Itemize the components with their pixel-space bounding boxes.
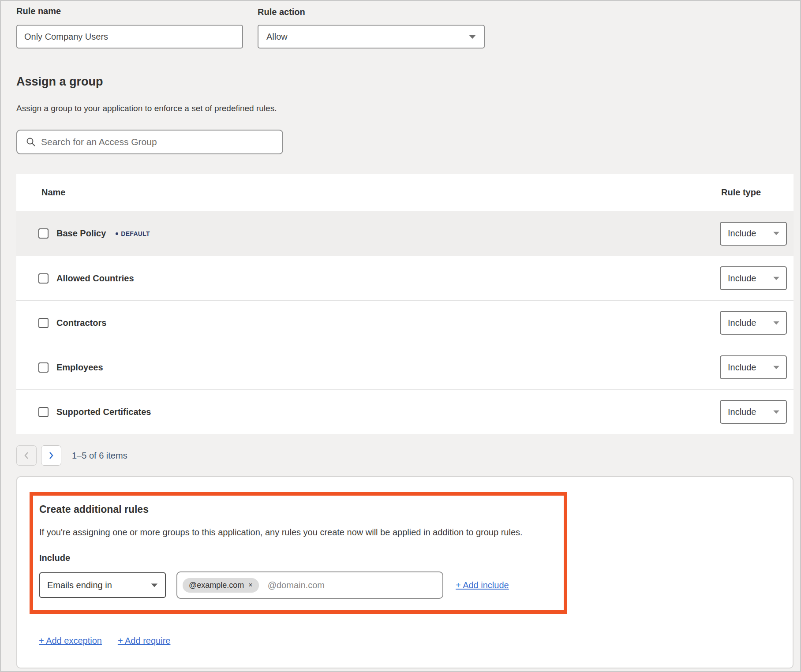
table-row: Contractors Include	[16, 300, 794, 345]
rule-links: + Add exception + Add require	[39, 636, 170, 646]
rule-name-input[interactable]	[17, 26, 242, 48]
chevron-down-icon	[773, 232, 779, 235]
table-row: Supported Certificates Include	[16, 389, 794, 434]
rule-type-value: Include	[728, 273, 756, 284]
search-icon	[26, 137, 36, 147]
next-page-button[interactable]	[41, 445, 61, 466]
access-group-table: Name Rule type Base Policy DEFAULT Inclu…	[16, 174, 794, 434]
search-input[interactable]	[40, 136, 276, 148]
chip-remove-icon[interactable]: ×	[248, 582, 252, 589]
chevron-right-icon	[48, 451, 54, 460]
rule-type-select[interactable]: Include	[720, 400, 787, 424]
row-name: Base Policy	[56, 228, 106, 239]
additional-rules-card: Create additional rules If you're assign…	[16, 476, 794, 668]
row-name: Contractors	[56, 318, 106, 328]
bullet-icon	[116, 232, 118, 235]
chevron-down-icon	[773, 366, 779, 369]
table-row: Allowed Countries Include	[16, 256, 794, 300]
column-header-name: Name	[16, 187, 721, 198]
table-row: Base Policy DEFAULT Include	[16, 211, 794, 256]
chip-label: @example.com	[189, 581, 244, 590]
row-name: Supported Certificates	[56, 407, 151, 417]
rule-action-select[interactable]: Allow	[258, 25, 485, 49]
assign-group-heading: Assign a group	[16, 75, 103, 89]
default-badge: DEFAULT	[116, 230, 150, 237]
access-group-search	[16, 130, 283, 154]
rule-selector-select[interactable]: Emails ending in	[39, 572, 166, 598]
pagination: 1–5 of 6 items	[16, 445, 127, 466]
rule-name-label: Rule name	[16, 6, 61, 16]
row-checkbox[interactable]	[38, 318, 49, 328]
highlight-box: Create additional rules If you're assign…	[30, 492, 567, 614]
row-checkbox[interactable]	[38, 362, 49, 373]
rule-type-value: Include	[728, 228, 756, 239]
add-include-link[interactable]: + Add include	[456, 580, 509, 590]
rule-name-field	[16, 25, 243, 49]
row-name: Employees	[56, 362, 103, 373]
rule-selector-value: Emails ending in	[47, 580, 112, 590]
chevron-down-icon	[469, 35, 476, 39]
table-header: Name Rule type	[16, 174, 794, 211]
row-checkbox[interactable]	[38, 407, 49, 417]
row-checkbox[interactable]	[38, 273, 49, 284]
rule-type-select[interactable]: Include	[720, 266, 787, 290]
email-domain-tag-input: @example.com ×	[176, 571, 443, 599]
chevron-down-icon	[773, 276, 779, 280]
additional-rules-description: If you're assigning one or more groups t…	[39, 527, 560, 538]
rule-action-label: Rule action	[258, 7, 305, 17]
previous-page-button[interactable]	[16, 445, 37, 466]
include-rule-row: Emails ending in @example.com × + Add in…	[39, 571, 558, 599]
add-exception-link[interactable]: + Add exception	[39, 636, 102, 646]
rule-type-value: Include	[728, 407, 756, 417]
default-badge-label: DEFAULT	[121, 230, 150, 237]
rule-type-select[interactable]: Include	[720, 355, 787, 379]
rule-type-select[interactable]: Include	[720, 222, 787, 246]
chevron-down-icon	[773, 410, 779, 414]
page: Rule name Rule action Allow Assign a gro…	[0, 0, 801, 672]
assign-group-description: Assign a group to your application to en…	[16, 104, 277, 113]
column-header-rule-type: Rule type	[721, 187, 794, 198]
include-label: Include	[39, 553, 70, 563]
chevron-down-icon	[773, 321, 779, 325]
table-row: Employees Include	[16, 345, 794, 389]
additional-rules-heading: Create additional rules	[39, 504, 149, 515]
row-name: Allowed Countries	[56, 273, 134, 284]
rule-action-value: Allow	[266, 32, 288, 42]
pagination-status: 1–5 of 6 items	[72, 451, 127, 461]
chevron-down-icon	[151, 583, 157, 587]
rule-type-value: Include	[728, 362, 756, 373]
row-checkbox[interactable]	[38, 228, 49, 239]
rule-type-select[interactable]: Include	[720, 311, 787, 335]
chevron-left-icon	[23, 451, 30, 460]
add-require-link[interactable]: + Add require	[118, 636, 171, 646]
email-domain-input[interactable]	[267, 580, 437, 591]
email-domain-chip: @example.com ×	[183, 578, 259, 593]
rule-type-value: Include	[728, 318, 756, 328]
